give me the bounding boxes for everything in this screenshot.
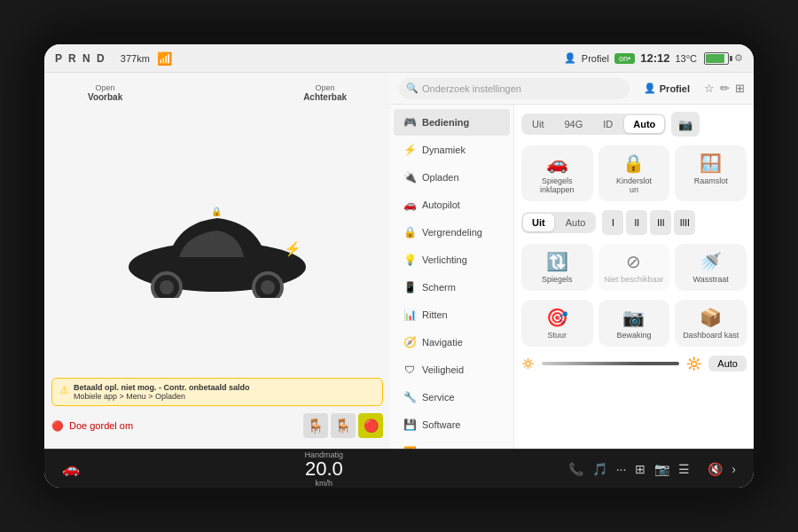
menu-item-bediening[interactable]: 🎮 Bediening — [394, 109, 510, 136]
profile-label: Profiel — [582, 53, 609, 64]
btn-94g[interactable]: 94G — [555, 115, 591, 133]
cards-row-3: 🎯 Stuur 📷 Bewaking 📦 Dashboard kast — [521, 300, 747, 347]
verlichting-icon: 💡 — [403, 254, 417, 266]
card-wasstraat[interactable]: 🚿 Wasstraat — [675, 244, 747, 291]
wipers-section: Uit Auto I II III IIII — [521, 210, 747, 235]
menu-item-navigatie[interactable]: 🧭 Navigatie — [394, 329, 510, 356]
svg-point-2 — [160, 280, 174, 294]
speed-value: 20.0 — [305, 459, 344, 479]
menu-label-service: Service — [422, 392, 455, 403]
wiper-btn-auto[interactable]: Auto — [557, 214, 595, 231]
time-display: 12:12 — [640, 51, 669, 65]
autopilot-icon: 🚗 — [403, 199, 417, 211]
kinderslot-icon: 🔒 — [604, 153, 665, 174]
navigatie-icon: 🧭 — [403, 336, 417, 348]
right-top-bar: 🔍 Onderzoek instellingen 👤 Profiel ☆ ✏ ⊞ — [390, 73, 754, 105]
menu-item-vergrendeling[interactable]: 🔒 Vergrendeling — [394, 219, 510, 246]
card-spiegels-inklappen[interactable]: 🚗 Spiegelsinklappen — [521, 145, 593, 201]
profile-tab[interactable]: 👤 Profiel — [637, 82, 697, 94]
cards-row-1: 🚗 Spiegelsinklappen 🔒 Kinderslotun 🪟 Raa… — [521, 145, 747, 201]
menu-label-verlichting: Verlichting — [422, 254, 467, 265]
card-kinderslot[interactable]: 🔒 Kinderslotun — [598, 145, 670, 201]
card-raamslot[interactable]: 🪟 Raamslot — [675, 145, 747, 201]
btn-uit[interactable]: Uit — [523, 115, 552, 133]
wiper-btn-uit[interactable]: Uit — [523, 214, 554, 231]
veiligheid-icon: 🛡 — [403, 364, 417, 376]
taskbar-camera2-icon[interactable]: 📷 — [654, 462, 669, 476]
warning-text: Betaald opl. niet mog. - Contr. onbetaal… — [74, 383, 250, 392]
car-labels: Open Voorbak Open Achterbak — [51, 80, 383, 106]
taskbar-menu-icon[interactable]: ☰ — [678, 462, 690, 476]
menu-item-opladen[interactable]: 🔌 Opladen — [394, 164, 510, 191]
svg-text:⚡: ⚡ — [284, 240, 301, 257]
wiper-speed-2[interactable]: II — [626, 210, 647, 235]
ritten-icon: 📊 — [403, 309, 417, 321]
brightness-low-icon: 🔅 — [521, 357, 535, 370]
profile-tab-icon: 👤 — [644, 82, 656, 94]
car-silhouette: ⚡ 🔒 — [115, 183, 319, 298]
menu-item-verlichting[interactable]: 💡 Verlichting — [394, 246, 510, 273]
wiper-speed-1[interactable]: I — [602, 210, 623, 235]
taskbar-volume-icon[interactable]: 🔇 — [708, 462, 723, 476]
right-body: 🎮 Bediening ⚡ Dynamiek 🔌 Opladen 🚗 — [390, 105, 754, 449]
star-icon[interactable]: ☆ — [704, 82, 715, 95]
menu-item-wifi[interactable]: 📶 WiFi — [394, 439, 510, 449]
stuur-icon: 🎯 — [527, 307, 588, 328]
wiper-main-group: Uit Auto — [521, 212, 596, 233]
btn-auto[interactable]: Auto — [624, 115, 664, 133]
taskbar-music-icon[interactable]: 🎵 — [592, 462, 607, 476]
software-icon: 💾 — [403, 419, 417, 431]
edit-icon[interactable]: ✏ — [720, 82, 730, 95]
menu-item-autopilot[interactable]: 🚗 Autopilot — [394, 192, 510, 218]
grid-icon[interactable]: ⊞ — [735, 82, 745, 95]
camera-btn[interactable]: 📷 — [671, 112, 700, 137]
taskbar-car-icon[interactable]: 🚗 — [62, 460, 80, 477]
device-frame: P R N D 377km 📶 👤 Profiel on• 12:12 13°C… — [35, 35, 763, 497]
brightness-auto-btn[interactable]: Auto — [708, 356, 747, 372]
seat-diagram: 🪑 🪑 🔴 — [303, 413, 383, 438]
menu-item-software[interactable]: 💾 Software — [394, 411, 510, 438]
brightness-high-icon: 🔆 — [686, 356, 701, 371]
profile-tab-label: Profiel — [660, 83, 690, 94]
wiper-speed-4[interactable]: IIII — [674, 210, 695, 235]
right-panel: 🔍 Onderzoek instellingen 👤 Profiel ☆ ✏ ⊞ — [390, 73, 754, 449]
menu-label-navigatie: Navigatie — [422, 337, 463, 348]
menu-label-bediening: Bediening — [422, 117, 469, 128]
card-spiegels[interactable]: 🔃 Spiegels — [521, 244, 593, 291]
menu-item-dynamiek[interactable]: ⚡ Dynamiek — [394, 137, 510, 163]
taskbar-chevron-icon[interactable]: › — [732, 462, 736, 476]
status-right: ⚙ — [704, 52, 743, 65]
brightness-slider[interactable] — [542, 362, 679, 365]
speed-unit: km/h — [305, 479, 344, 488]
taskbar-apps-icon[interactable]: ⊞ — [635, 462, 645, 476]
cards-row-2: 🔃 Spiegels ⊘ Niet beschikbaar 🚿 Wasstraa… — [521, 244, 747, 291]
search-placeholder: Onderzoek instellingen — [422, 83, 521, 94]
warning-icon: ⚠ — [59, 384, 69, 396]
wiper-speed-3[interactable]: III — [650, 210, 671, 235]
warning-subtext: Mobiele app > Menu > Opladen — [74, 392, 250, 401]
temp-display: 13°C — [675, 53, 697, 64]
raamslot-icon: 🪟 — [680, 153, 741, 174]
menu-item-service[interactable]: 🔧 Service — [394, 384, 510, 411]
menu-item-scherm[interactable]: 📱 Scherm — [394, 274, 510, 301]
search-box[interactable]: 🔍 Onderzoek instellingen — [399, 78, 630, 99]
taskbar-phone-icon[interactable]: 📞 — [568, 462, 583, 476]
menu-item-ritten[interactable]: 📊 Ritten — [394, 301, 510, 328]
menu-item-veiligheid[interactable]: 🛡 Veiligheid — [394, 356, 510, 383]
card-dashboard-kast[interactable]: 📦 Dashboard kast — [675, 300, 747, 347]
menu-label-veiligheid: Veiligheid — [422, 364, 464, 375]
settings-icon: ⚙ — [734, 52, 743, 64]
settings-area: Uit 94G ID Auto 📷 🚗 Spiegelsinklap — [514, 105, 754, 449]
bewaking-icon: 📷 — [604, 307, 665, 328]
card-stuur[interactable]: 🎯 Stuur — [521, 300, 593, 347]
card-bewaking[interactable]: 📷 Bewaking — [598, 300, 670, 347]
btn-id[interactable]: ID — [594, 115, 622, 133]
wiper-speed-btns: I II III IIII — [602, 210, 695, 235]
vergrendeling-icon: 🔒 — [403, 226, 417, 239]
wipers-row: Uit Auto I II III IIII — [521, 210, 747, 235]
menu-label-scherm: Scherm — [422, 282, 456, 293]
dashboard-kast-icon: 📦 — [680, 307, 741, 328]
signal-icon: 📶 — [157, 51, 172, 66]
wasstraat-icon: 🚿 — [680, 251, 741, 272]
taskbar-more-icon[interactable]: ··· — [616, 462, 627, 476]
